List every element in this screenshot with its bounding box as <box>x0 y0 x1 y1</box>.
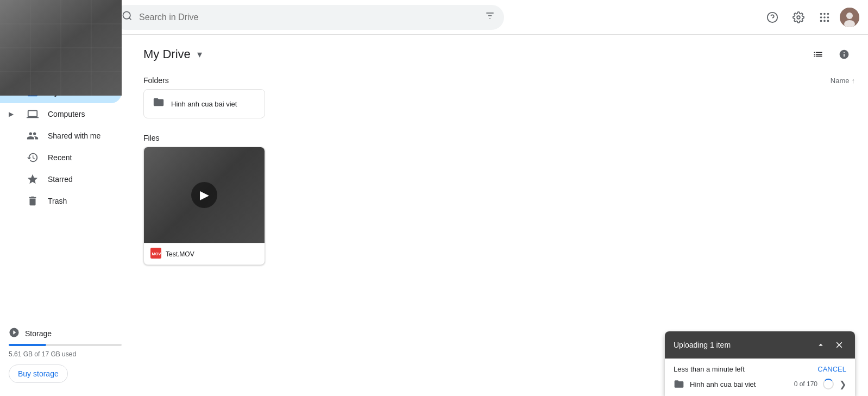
sidebar-item-recent[interactable]: ▶ Recent <box>0 147 122 168</box>
sidebar-item-label-computers: Computers <box>48 110 85 118</box>
upload-close-button[interactable] <box>832 338 846 352</box>
storage-bar-fill <box>9 344 46 346</box>
svg-point-13 <box>827 16 829 18</box>
upload-progress-text: 0 of 170 <box>794 380 817 388</box>
files-section-label: Files <box>143 127 855 147</box>
folders-section-label: Folders Name ↑ <box>143 70 855 89</box>
sort-direction-icon: ↑ <box>852 77 856 85</box>
page-title: My Drive <box>143 47 191 61</box>
settings-button[interactable] <box>788 7 809 28</box>
upload-file-name: Hinh anh cua bai viet <box>690 380 789 388</box>
upload-file-row: Hinh anh cua bai viet 0 of 170 ❯ <box>674 373 846 389</box>
computers-icon <box>26 108 39 121</box>
help-button[interactable] <box>762 7 783 28</box>
upload-cancel-button[interactable]: CANCEL <box>817 365 846 373</box>
storage-label: Storage <box>25 329 52 338</box>
upload-header-actions <box>814 338 846 352</box>
upload-title: Uploading 1 item <box>674 341 731 349</box>
svg-point-8 <box>820 12 822 15</box>
sort-control[interactable]: Name ↑ <box>831 77 855 85</box>
sidebar-item-starred[interactable]: ▶ Starred <box>0 168 122 190</box>
upload-header: Uploading 1 item <box>665 331 855 359</box>
storage-icon <box>9 327 20 340</box>
svg-point-11 <box>820 16 822 18</box>
sidebar-item-computers[interactable]: ▶ Computers <box>0 103 122 125</box>
expand-icon-computers: ▶ <box>9 110 17 118</box>
sidebar-item-label-trash: Trash <box>48 197 67 205</box>
shared-with-me-icon <box>26 129 39 142</box>
svg-point-14 <box>820 20 822 22</box>
svg-point-15 <box>823 20 826 22</box>
search-icon <box>122 10 133 24</box>
top-actions <box>762 7 859 28</box>
file-info: MOV Test.MOV <box>144 243 265 265</box>
svg-point-10 <box>827 12 829 15</box>
upload-collapse-button[interactable] <box>814 338 828 352</box>
files-grid: ▶ MOV Test.MOV <box>143 147 855 274</box>
avatar[interactable] <box>840 8 859 27</box>
storage-section: Storage 5.61 GB of 17 GB used Buy storag… <box>0 318 130 392</box>
upload-expand-icon[interactable]: ❯ <box>839 379 846 389</box>
upload-spinner <box>823 379 834 389</box>
list-view-button[interactable] <box>807 43 829 65</box>
folders-label: Folders <box>143 76 169 85</box>
upload-status-row: Less than a minute left CANCEL <box>674 365 846 373</box>
page-title-dropdown[interactable]: ▾ <box>197 48 202 60</box>
sidebar-item-shared-with-me[interactable]: ▶ Shared with me <box>0 125 122 147</box>
content-header: My Drive ▾ <box>143 35 855 70</box>
folder-name: Hinh anh cua bai viet <box>171 100 237 108</box>
info-button[interactable] <box>833 43 855 65</box>
file-type-icon: MOV <box>150 248 161 260</box>
svg-point-16 <box>827 20 829 22</box>
folder-item-hinh-anh[interactable]: Hinh anh cua bai viet <box>143 89 265 118</box>
sort-label-text: Name <box>831 77 850 85</box>
sidebar-item-label-starred: Starred <box>48 175 73 184</box>
storage-bar-bg <box>9 344 122 346</box>
storage-used-text: 5.61 GB of 17 GB used <box>9 350 122 358</box>
search-filter-icon[interactable] <box>485 10 495 24</box>
upload-status-text: Less than a minute left <box>674 365 745 373</box>
sidebar-item-label-recent: Recent <box>48 153 72 162</box>
file-item-test-mov[interactable]: ▶ MOV Test.MOV <box>143 147 265 265</box>
files-label: Files <box>143 134 160 142</box>
play-button[interactable]: ▶ <box>191 182 217 208</box>
starred-icon <box>26 173 39 186</box>
header-actions <box>807 43 855 65</box>
svg-text:MOV: MOV <box>152 252 161 256</box>
recent-icon <box>26 151 39 164</box>
sidebar-item-label-shared: Shared with me <box>48 131 100 140</box>
upload-body: Less than a minute left CANCEL Hinh anh … <box>665 359 855 396</box>
folders-grid: Hinh anh cua bai viet <box>143 89 855 127</box>
search-bar[interactable] <box>113 5 504 30</box>
search-input[interactable] <box>139 12 478 22</box>
svg-point-9 <box>823 12 826 15</box>
upload-folder-icon <box>674 379 684 389</box>
upload-dialog: Uploading 1 item Less than a minute left… <box>665 331 855 396</box>
buy-storage-button[interactable]: Buy storage <box>9 364 68 383</box>
svg-line-1 <box>129 18 131 20</box>
sidebar-item-trash[interactable]: ▶ Trash <box>0 190 122 212</box>
svg-point-18 <box>846 12 853 19</box>
file-name: Test.MOV <box>166 250 194 258</box>
svg-point-12 <box>823 16 826 18</box>
apps-button[interactable] <box>814 7 835 28</box>
trash-icon <box>26 194 39 208</box>
svg-point-0 <box>123 12 130 19</box>
svg-point-7 <box>797 16 800 19</box>
file-thumbnail: ▶ <box>144 147 265 243</box>
top-bar: Drive <box>0 0 868 35</box>
folder-icon <box>153 96 165 111</box>
